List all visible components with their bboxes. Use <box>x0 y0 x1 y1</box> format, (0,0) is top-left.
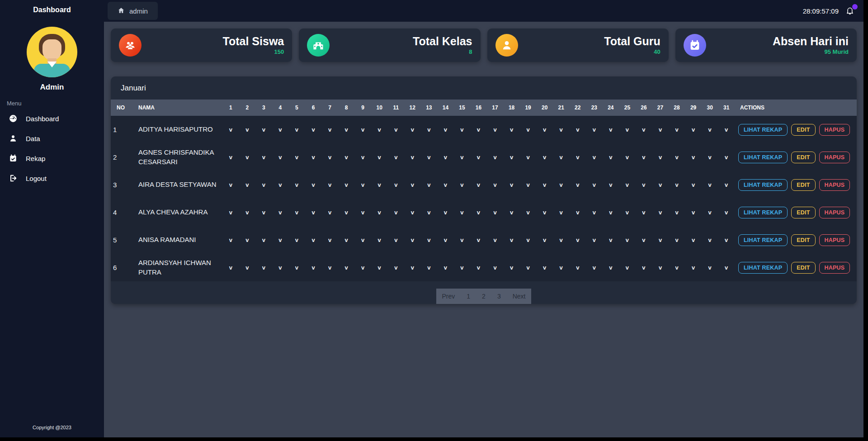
sidebar-item-dashboard[interactable]: Dashboard <box>0 109 104 128</box>
hapus-button[interactable]: HAPUS <box>819 152 850 163</box>
lihat-rekap-button[interactable]: LIHAT REKAP <box>738 179 788 191</box>
pagination-next[interactable]: Next <box>507 289 532 304</box>
attendance-mark: v <box>437 199 454 226</box>
stat-title: Total Kelas <box>413 35 472 48</box>
sidebar-item-label: Rekap <box>26 155 45 162</box>
edit-button[interactable]: EDIT <box>791 152 815 163</box>
hapus-button[interactable]: HAPUS <box>819 124 850 136</box>
attendance-mark: v <box>669 199 685 226</box>
hapus-button[interactable]: HAPUS <box>819 262 850 274</box>
notification-bell-icon[interactable] <box>845 6 855 16</box>
attendance-mark: v <box>470 226 487 254</box>
attendance-mark: v <box>619 171 636 199</box>
lihat-rekap-button[interactable]: LIHAT REKAP <box>738 234 788 246</box>
edit-button[interactable]: EDIT <box>791 262 815 274</box>
attendance-mark: v <box>255 226 272 254</box>
attendance-mark: v <box>272 199 289 226</box>
attendance-mark: v <box>404 116 421 143</box>
attendance-mark: v <box>272 143 289 171</box>
lihat-rekap-button[interactable]: LIHAT REKAP <box>738 124 788 136</box>
attendance-mark: v <box>718 116 735 143</box>
attendance-mark: v <box>421 254 438 281</box>
attendance-mark: v <box>669 143 685 171</box>
student-name-cell: ANISA RAMADANI <box>137 226 222 254</box>
attendance-mark: v <box>553 199 570 226</box>
lihat-rekap-button[interactable]: LIHAT REKAP <box>738 262 788 274</box>
breadcrumb-tab-admin[interactable]: admin <box>108 2 158 20</box>
attendance-mark: v <box>222 116 239 143</box>
attendance-mark: v <box>586 143 603 171</box>
attendance-mark: v <box>404 143 421 171</box>
hapus-button[interactable]: HAPUS <box>819 234 850 246</box>
attendance-mark: v <box>702 171 718 199</box>
row-number-cell: 1 <box>111 116 137 143</box>
attendance-mark: v <box>603 116 619 143</box>
attendance-mark: v <box>520 116 537 143</box>
sidebar-item-data[interactable]: Data <box>0 128 104 148</box>
sidebar-item-logout[interactable]: Logout <box>0 168 104 188</box>
sidebar-item-rekap[interactable]: Rekap <box>0 148 104 168</box>
attendance-mark: v <box>305 226 322 254</box>
edit-button[interactable]: EDIT <box>791 124 815 136</box>
column-header-day-28: 28 <box>669 100 685 116</box>
pagination-1[interactable]: 1 <box>461 289 476 304</box>
pagination-prev[interactable]: Prev <box>436 289 461 304</box>
column-header-day-22: 22 <box>569 100 586 116</box>
attendance-mark: v <box>536 226 553 254</box>
attendance-mark: v <box>636 254 652 281</box>
avatar <box>27 27 77 77</box>
attendance-mark: v <box>454 199 471 226</box>
edit-button[interactable]: EDIT <box>791 179 815 191</box>
attendance-mark: v <box>487 171 504 199</box>
attendance-mark: v <box>536 199 553 226</box>
stat-value: 95 Murid <box>773 48 849 55</box>
attendance-mark: v <box>652 116 669 143</box>
column-header-day-3: 3 <box>255 100 272 116</box>
row-number-cell: 2 <box>111 143 137 171</box>
attendance-mark: v <box>569 143 586 171</box>
attendance-mark: v <box>354 143 371 171</box>
column-header-day-26: 26 <box>636 100 652 116</box>
column-header-day-16: 16 <box>470 100 487 116</box>
column-header-day-21: 21 <box>553 100 570 116</box>
actions-cell: LIHAT REKAPEDITHAPUS <box>735 254 857 281</box>
attendance-mark: v <box>239 199 256 226</box>
attendance-mark: v <box>437 171 454 199</box>
attendance-mark: v <box>603 171 619 199</box>
edit-button[interactable]: EDIT <box>791 207 815 218</box>
attendance-mark: v <box>636 226 652 254</box>
column-header-day-1: 1 <box>222 100 239 116</box>
attendance-mark: v <box>387 199 404 226</box>
attendance-mark: v <box>371 171 388 199</box>
pagination-3[interactable]: 3 <box>491 289 507 304</box>
attendance-mark: v <box>454 171 471 199</box>
attendance-mark: v <box>586 199 603 226</box>
stat-cards: Total Siswa 150 Total Kelas 8 <box>111 28 857 62</box>
attendance-mark: v <box>387 171 404 199</box>
attendance-mark: v <box>553 254 570 281</box>
column-header-day-4: 4 <box>272 100 289 116</box>
pagination-2[interactable]: 2 <box>476 289 491 304</box>
attendance-mark: v <box>603 143 619 171</box>
student-name-cell: AIRA DESTA SETYAWAN <box>137 171 222 199</box>
lihat-rekap-button[interactable]: LIHAT REKAP <box>738 152 788 163</box>
attendance-mark: v <box>239 116 256 143</box>
sidebar-nav: Dashboard Data Rekap Logout <box>0 109 104 188</box>
column-header-day-13: 13 <box>421 100 438 116</box>
column-header-no: NO <box>111 100 137 116</box>
hapus-button[interactable]: HAPUS <box>819 207 850 218</box>
attendance-mark: v <box>272 226 289 254</box>
attendance-mark: v <box>305 116 322 143</box>
app-window: Dashboard Admin Menu Dashboard Data <box>0 0 863 437</box>
hapus-button[interactable]: HAPUS <box>819 179 850 191</box>
users-icon <box>119 34 142 57</box>
attendance-mark: v <box>255 254 272 281</box>
column-header-day-23: 23 <box>586 100 603 116</box>
attendance-mark: v <box>669 226 685 254</box>
edit-button[interactable]: EDIT <box>791 234 815 246</box>
lihat-rekap-button[interactable]: LIHAT REKAP <box>738 207 788 218</box>
attendance-mark: v <box>338 116 355 143</box>
column-header-day-25: 25 <box>619 100 636 116</box>
stat-value: 8 <box>413 48 472 55</box>
attendance-mark: v <box>619 254 636 281</box>
